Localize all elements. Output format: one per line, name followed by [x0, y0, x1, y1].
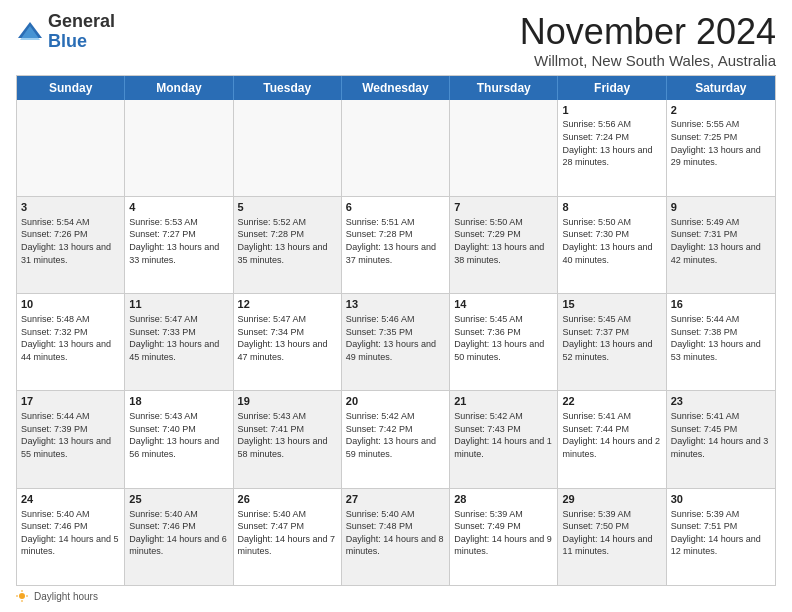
weekday-header: Sunday — [17, 76, 125, 100]
day-number: 7 — [454, 200, 553, 215]
calendar-day-cell: 6Sunrise: 5:51 AM Sunset: 7:28 PM Daylig… — [342, 197, 450, 293]
header: General Blue November 2024 Willmot, New … — [16, 12, 776, 69]
calendar-week-row: 17Sunrise: 5:44 AM Sunset: 7:39 PM Dayli… — [17, 391, 775, 488]
calendar-day-cell: 2Sunrise: 5:55 AM Sunset: 7:25 PM Daylig… — [667, 100, 775, 196]
day-info: Sunrise: 5:45 AM Sunset: 7:36 PM Dayligh… — [454, 313, 553, 363]
calendar-day-cell: 19Sunrise: 5:43 AM Sunset: 7:41 PM Dayli… — [234, 391, 342, 487]
day-number: 6 — [346, 200, 445, 215]
calendar: SundayMondayTuesdayWednesdayThursdayFrid… — [16, 75, 776, 586]
day-info: Sunrise: 5:54 AM Sunset: 7:26 PM Dayligh… — [21, 216, 120, 266]
calendar-day-cell: 11Sunrise: 5:47 AM Sunset: 7:33 PM Dayli… — [125, 294, 233, 390]
calendar-day-cell: 15Sunrise: 5:45 AM Sunset: 7:37 PM Dayli… — [558, 294, 666, 390]
day-info: Sunrise: 5:42 AM Sunset: 7:43 PM Dayligh… — [454, 410, 553, 460]
calendar-day-cell: 5Sunrise: 5:52 AM Sunset: 7:28 PM Daylig… — [234, 197, 342, 293]
calendar-week-row: 10Sunrise: 5:48 AM Sunset: 7:32 PM Dayli… — [17, 294, 775, 391]
calendar-day-cell: 23Sunrise: 5:41 AM Sunset: 7:45 PM Dayli… — [667, 391, 775, 487]
weekday-header: Saturday — [667, 76, 775, 100]
day-number: 2 — [671, 103, 771, 118]
day-info: Sunrise: 5:44 AM Sunset: 7:38 PM Dayligh… — [671, 313, 771, 363]
calendar-week-row: 24Sunrise: 5:40 AM Sunset: 7:46 PM Dayli… — [17, 489, 775, 585]
calendar-week-row: 1Sunrise: 5:56 AM Sunset: 7:24 PM Daylig… — [17, 100, 775, 197]
day-number: 17 — [21, 394, 120, 409]
day-number: 15 — [562, 297, 661, 312]
day-number: 13 — [346, 297, 445, 312]
day-info: Sunrise: 5:40 AM Sunset: 7:48 PM Dayligh… — [346, 508, 445, 558]
day-info: Sunrise: 5:43 AM Sunset: 7:41 PM Dayligh… — [238, 410, 337, 460]
calendar-day-cell: 21Sunrise: 5:42 AM Sunset: 7:43 PM Dayli… — [450, 391, 558, 487]
calendar-day-cell — [17, 100, 125, 196]
calendar-day-cell: 25Sunrise: 5:40 AM Sunset: 7:46 PM Dayli… — [125, 489, 233, 585]
logo-blue-text: Blue — [48, 31, 87, 51]
day-number: 5 — [238, 200, 337, 215]
logo-text: General Blue — [48, 12, 115, 52]
day-number: 1 — [562, 103, 661, 118]
day-number: 24 — [21, 492, 120, 507]
day-info: Sunrise: 5:40 AM Sunset: 7:46 PM Dayligh… — [129, 508, 228, 558]
day-number: 8 — [562, 200, 661, 215]
weekday-header: Thursday — [450, 76, 558, 100]
calendar-day-cell: 4Sunrise: 5:53 AM Sunset: 7:27 PM Daylig… — [125, 197, 233, 293]
calendar-day-cell: 12Sunrise: 5:47 AM Sunset: 7:34 PM Dayli… — [234, 294, 342, 390]
weekday-header: Friday — [558, 76, 666, 100]
calendar-day-cell: 18Sunrise: 5:43 AM Sunset: 7:40 PM Dayli… — [125, 391, 233, 487]
weekday-header: Wednesday — [342, 76, 450, 100]
day-number: 21 — [454, 394, 553, 409]
day-info: Sunrise: 5:41 AM Sunset: 7:45 PM Dayligh… — [671, 410, 771, 460]
day-number: 20 — [346, 394, 445, 409]
logo: General Blue — [16, 12, 115, 52]
calendar-day-cell: 7Sunrise: 5:50 AM Sunset: 7:29 PM Daylig… — [450, 197, 558, 293]
day-number: 14 — [454, 297, 553, 312]
calendar-day-cell: 3Sunrise: 5:54 AM Sunset: 7:26 PM Daylig… — [17, 197, 125, 293]
day-number: 26 — [238, 492, 337, 507]
day-info: Sunrise: 5:39 AM Sunset: 7:50 PM Dayligh… — [562, 508, 661, 558]
day-number: 22 — [562, 394, 661, 409]
day-number: 25 — [129, 492, 228, 507]
calendar-day-cell — [234, 100, 342, 196]
day-info: Sunrise: 5:50 AM Sunset: 7:30 PM Dayligh… — [562, 216, 661, 266]
title-block: November 2024 Willmot, New South Wales, … — [520, 12, 776, 69]
day-info: Sunrise: 5:46 AM Sunset: 7:35 PM Dayligh… — [346, 313, 445, 363]
calendar-week-row: 3Sunrise: 5:54 AM Sunset: 7:26 PM Daylig… — [17, 197, 775, 294]
day-number: 29 — [562, 492, 661, 507]
day-info: Sunrise: 5:40 AM Sunset: 7:46 PM Dayligh… — [21, 508, 120, 558]
calendar-day-cell: 9Sunrise: 5:49 AM Sunset: 7:31 PM Daylig… — [667, 197, 775, 293]
day-number: 4 — [129, 200, 228, 215]
weekday-header: Monday — [125, 76, 233, 100]
day-info: Sunrise: 5:45 AM Sunset: 7:37 PM Dayligh… — [562, 313, 661, 363]
calendar-day-cell: 24Sunrise: 5:40 AM Sunset: 7:46 PM Dayli… — [17, 489, 125, 585]
day-info: Sunrise: 5:51 AM Sunset: 7:28 PM Dayligh… — [346, 216, 445, 266]
day-info: Sunrise: 5:48 AM Sunset: 7:32 PM Dayligh… — [21, 313, 120, 363]
subtitle: Willmot, New South Wales, Australia — [520, 52, 776, 69]
day-number: 16 — [671, 297, 771, 312]
calendar-day-cell: 17Sunrise: 5:44 AM Sunset: 7:39 PM Dayli… — [17, 391, 125, 487]
day-number: 28 — [454, 492, 553, 507]
calendar-day-cell: 20Sunrise: 5:42 AM Sunset: 7:42 PM Dayli… — [342, 391, 450, 487]
day-info: Sunrise: 5:43 AM Sunset: 7:40 PM Dayligh… — [129, 410, 228, 460]
calendar-day-cell: 1Sunrise: 5:56 AM Sunset: 7:24 PM Daylig… — [558, 100, 666, 196]
day-info: Sunrise: 5:44 AM Sunset: 7:39 PM Dayligh… — [21, 410, 120, 460]
calendar-day-cell: 29Sunrise: 5:39 AM Sunset: 7:50 PM Dayli… — [558, 489, 666, 585]
day-info: Sunrise: 5:53 AM Sunset: 7:27 PM Dayligh… — [129, 216, 228, 266]
day-info: Sunrise: 5:56 AM Sunset: 7:24 PM Dayligh… — [562, 118, 661, 168]
day-info: Sunrise: 5:49 AM Sunset: 7:31 PM Dayligh… — [671, 216, 771, 266]
calendar-header: SundayMondayTuesdayWednesdayThursdayFrid… — [17, 76, 775, 100]
calendar-day-cell: 22Sunrise: 5:41 AM Sunset: 7:44 PM Dayli… — [558, 391, 666, 487]
day-info: Sunrise: 5:47 AM Sunset: 7:34 PM Dayligh… — [238, 313, 337, 363]
day-number: 9 — [671, 200, 771, 215]
logo-general-text: General — [48, 11, 115, 31]
day-number: 27 — [346, 492, 445, 507]
calendar-day-cell — [450, 100, 558, 196]
day-info: Sunrise: 5:40 AM Sunset: 7:47 PM Dayligh… — [238, 508, 337, 558]
calendar-day-cell — [342, 100, 450, 196]
day-info: Sunrise: 5:47 AM Sunset: 7:33 PM Dayligh… — [129, 313, 228, 363]
day-info: Sunrise: 5:42 AM Sunset: 7:42 PM Dayligh… — [346, 410, 445, 460]
day-number: 12 — [238, 297, 337, 312]
weekday-header: Tuesday — [234, 76, 342, 100]
day-number: 3 — [21, 200, 120, 215]
day-number: 19 — [238, 394, 337, 409]
calendar-day-cell: 16Sunrise: 5:44 AM Sunset: 7:38 PM Dayli… — [667, 294, 775, 390]
calendar-day-cell: 26Sunrise: 5:40 AM Sunset: 7:47 PM Dayli… — [234, 489, 342, 585]
day-info: Sunrise: 5:52 AM Sunset: 7:28 PM Dayligh… — [238, 216, 337, 266]
calendar-body: 1Sunrise: 5:56 AM Sunset: 7:24 PM Daylig… — [17, 100, 775, 585]
footer: Daylight hours — [16, 590, 776, 602]
